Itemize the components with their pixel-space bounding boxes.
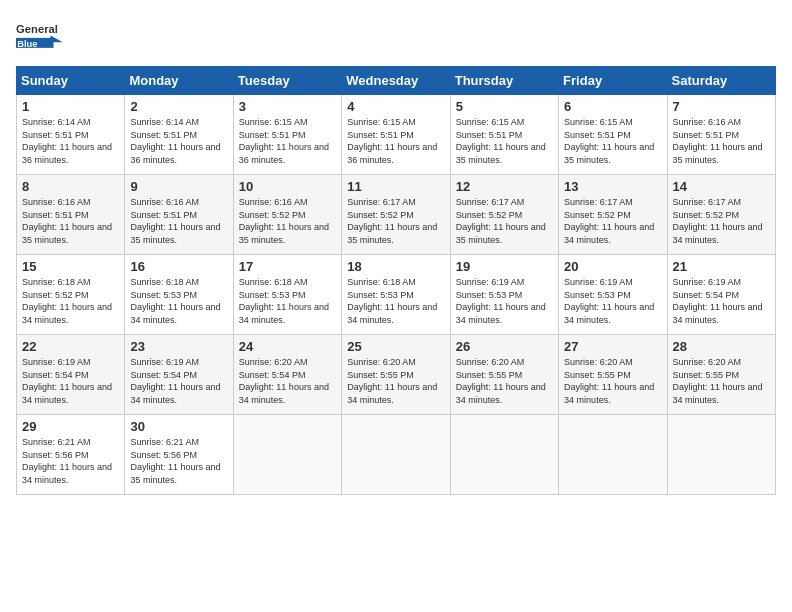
calendar-cell: 24 Sunrise: 6:20 AM Sunset: 5:54 PM Dayl… — [233, 335, 341, 415]
day-info: Sunrise: 6:21 AM Sunset: 5:56 PM Dayligh… — [130, 436, 227, 486]
day-info: Sunrise: 6:18 AM Sunset: 5:53 PM Dayligh… — [239, 276, 336, 326]
day-number: 9 — [130, 179, 227, 194]
day-number: 18 — [347, 259, 444, 274]
calendar-cell: 10 Sunrise: 6:16 AM Sunset: 5:52 PM Dayl… — [233, 175, 341, 255]
calendar-cell: 15 Sunrise: 6:18 AM Sunset: 5:52 PM Dayl… — [17, 255, 125, 335]
calendar-cell: 2 Sunrise: 6:14 AM Sunset: 5:51 PM Dayli… — [125, 95, 233, 175]
day-number: 16 — [130, 259, 227, 274]
day-number: 7 — [673, 99, 770, 114]
calendar-week-row: 8 Sunrise: 6:16 AM Sunset: 5:51 PM Dayli… — [17, 175, 776, 255]
day-number: 22 — [22, 339, 119, 354]
calendar-week-row: 1 Sunrise: 6:14 AM Sunset: 5:51 PM Dayli… — [17, 95, 776, 175]
day-number: 23 — [130, 339, 227, 354]
header-row: Sunday Monday Tuesday Wednesday Thursday… — [17, 67, 776, 95]
day-number: 17 — [239, 259, 336, 274]
calendar-cell: 27 Sunrise: 6:20 AM Sunset: 5:55 PM Dayl… — [559, 335, 667, 415]
day-info: Sunrise: 6:16 AM Sunset: 5:52 PM Dayligh… — [239, 196, 336, 246]
day-info: Sunrise: 6:16 AM Sunset: 5:51 PM Dayligh… — [22, 196, 119, 246]
day-info: Sunrise: 6:19 AM Sunset: 5:54 PM Dayligh… — [22, 356, 119, 406]
calendar-cell: 11 Sunrise: 6:17 AM Sunset: 5:52 PM Dayl… — [342, 175, 450, 255]
day-number: 6 — [564, 99, 661, 114]
day-number: 14 — [673, 179, 770, 194]
calendar-cell: 8 Sunrise: 6:16 AM Sunset: 5:51 PM Dayli… — [17, 175, 125, 255]
day-info: Sunrise: 6:21 AM Sunset: 5:56 PM Dayligh… — [22, 436, 119, 486]
day-number: 8 — [22, 179, 119, 194]
calendar-cell: 28 Sunrise: 6:20 AM Sunset: 5:55 PM Dayl… — [667, 335, 775, 415]
day-info: Sunrise: 6:14 AM Sunset: 5:51 PM Dayligh… — [130, 116, 227, 166]
day-number: 13 — [564, 179, 661, 194]
calendar-cell — [233, 415, 341, 495]
calendar-cell — [342, 415, 450, 495]
calendar-cell: 16 Sunrise: 6:18 AM Sunset: 5:53 PM Dayl… — [125, 255, 233, 335]
day-number: 27 — [564, 339, 661, 354]
day-number: 15 — [22, 259, 119, 274]
day-number: 21 — [673, 259, 770, 274]
header-tuesday: Tuesday — [233, 67, 341, 95]
calendar-cell: 6 Sunrise: 6:15 AM Sunset: 5:51 PM Dayli… — [559, 95, 667, 175]
calendar-cell: 26 Sunrise: 6:20 AM Sunset: 5:55 PM Dayl… — [450, 335, 558, 415]
calendar-cell: 7 Sunrise: 6:16 AM Sunset: 5:51 PM Dayli… — [667, 95, 775, 175]
day-info: Sunrise: 6:17 AM Sunset: 5:52 PM Dayligh… — [673, 196, 770, 246]
day-info: Sunrise: 6:17 AM Sunset: 5:52 PM Dayligh… — [347, 196, 444, 246]
calendar-cell — [450, 415, 558, 495]
day-number: 10 — [239, 179, 336, 194]
day-info: Sunrise: 6:20 AM Sunset: 5:55 PM Dayligh… — [673, 356, 770, 406]
day-info: Sunrise: 6:19 AM Sunset: 5:53 PM Dayligh… — [456, 276, 553, 326]
logo-icon: General Blue — [16, 16, 66, 56]
day-number: 4 — [347, 99, 444, 114]
calendar-cell: 21 Sunrise: 6:19 AM Sunset: 5:54 PM Dayl… — [667, 255, 775, 335]
day-info: Sunrise: 6:18 AM Sunset: 5:52 PM Dayligh… — [22, 276, 119, 326]
header-sunday: Sunday — [17, 67, 125, 95]
svg-text:General: General — [16, 23, 58, 35]
day-number: 5 — [456, 99, 553, 114]
calendar-week-row: 22 Sunrise: 6:19 AM Sunset: 5:54 PM Dayl… — [17, 335, 776, 415]
day-number: 24 — [239, 339, 336, 354]
calendar-cell: 29 Sunrise: 6:21 AM Sunset: 5:56 PM Dayl… — [17, 415, 125, 495]
day-info: Sunrise: 6:19 AM Sunset: 5:54 PM Dayligh… — [130, 356, 227, 406]
day-info: Sunrise: 6:18 AM Sunset: 5:53 PM Dayligh… — [347, 276, 444, 326]
day-info: Sunrise: 6:15 AM Sunset: 5:51 PM Dayligh… — [347, 116, 444, 166]
logo: General Blue — [16, 16, 66, 56]
day-info: Sunrise: 6:16 AM Sunset: 5:51 PM Dayligh… — [673, 116, 770, 166]
calendar-week-row: 15 Sunrise: 6:18 AM Sunset: 5:52 PM Dayl… — [17, 255, 776, 335]
day-info: Sunrise: 6:17 AM Sunset: 5:52 PM Dayligh… — [564, 196, 661, 246]
calendar-cell: 22 Sunrise: 6:19 AM Sunset: 5:54 PM Dayl… — [17, 335, 125, 415]
day-info: Sunrise: 6:19 AM Sunset: 5:54 PM Dayligh… — [673, 276, 770, 326]
calendar-cell: 20 Sunrise: 6:19 AM Sunset: 5:53 PM Dayl… — [559, 255, 667, 335]
day-number: 28 — [673, 339, 770, 354]
day-info: Sunrise: 6:15 AM Sunset: 5:51 PM Dayligh… — [239, 116, 336, 166]
day-number: 19 — [456, 259, 553, 274]
day-info: Sunrise: 6:19 AM Sunset: 5:53 PM Dayligh… — [564, 276, 661, 326]
day-number: 1 — [22, 99, 119, 114]
header-friday: Friday — [559, 67, 667, 95]
day-info: Sunrise: 6:20 AM Sunset: 5:55 PM Dayligh… — [564, 356, 661, 406]
header-thursday: Thursday — [450, 67, 558, 95]
calendar-cell: 9 Sunrise: 6:16 AM Sunset: 5:51 PM Dayli… — [125, 175, 233, 255]
day-info: Sunrise: 6:15 AM Sunset: 5:51 PM Dayligh… — [456, 116, 553, 166]
day-number: 12 — [456, 179, 553, 194]
day-number: 25 — [347, 339, 444, 354]
calendar-cell: 30 Sunrise: 6:21 AM Sunset: 5:56 PM Dayl… — [125, 415, 233, 495]
calendar-cell: 23 Sunrise: 6:19 AM Sunset: 5:54 PM Dayl… — [125, 335, 233, 415]
calendar-cell: 18 Sunrise: 6:18 AM Sunset: 5:53 PM Dayl… — [342, 255, 450, 335]
page-header: General Blue — [16, 16, 776, 56]
header-wednesday: Wednesday — [342, 67, 450, 95]
calendar-cell — [559, 415, 667, 495]
day-number: 3 — [239, 99, 336, 114]
calendar-cell: 12 Sunrise: 6:17 AM Sunset: 5:52 PM Dayl… — [450, 175, 558, 255]
day-number: 30 — [130, 419, 227, 434]
day-info: Sunrise: 6:20 AM Sunset: 5:55 PM Dayligh… — [347, 356, 444, 406]
calendar-cell: 25 Sunrise: 6:20 AM Sunset: 5:55 PM Dayl… — [342, 335, 450, 415]
day-info: Sunrise: 6:20 AM Sunset: 5:55 PM Dayligh… — [456, 356, 553, 406]
calendar-table: Sunday Monday Tuesday Wednesday Thursday… — [16, 66, 776, 495]
day-number: 11 — [347, 179, 444, 194]
day-number: 2 — [130, 99, 227, 114]
day-info: Sunrise: 6:16 AM Sunset: 5:51 PM Dayligh… — [130, 196, 227, 246]
svg-text:Blue: Blue — [17, 39, 37, 49]
calendar-cell: 1 Sunrise: 6:14 AM Sunset: 5:51 PM Dayli… — [17, 95, 125, 175]
day-info: Sunrise: 6:14 AM Sunset: 5:51 PM Dayligh… — [22, 116, 119, 166]
day-info: Sunrise: 6:15 AM Sunset: 5:51 PM Dayligh… — [564, 116, 661, 166]
calendar-cell — [667, 415, 775, 495]
calendar-cell: 5 Sunrise: 6:15 AM Sunset: 5:51 PM Dayli… — [450, 95, 558, 175]
day-number: 20 — [564, 259, 661, 274]
